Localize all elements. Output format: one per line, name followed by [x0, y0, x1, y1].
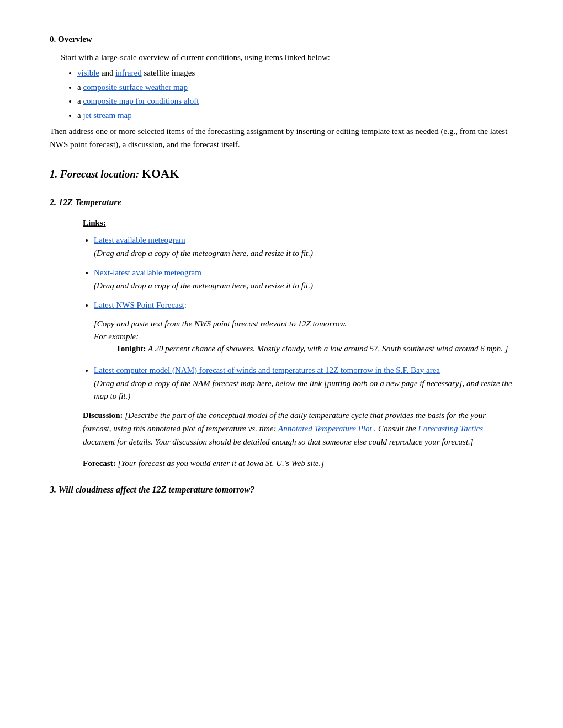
discussion-block: Discussion: [Describe the part of the co…	[83, 409, 513, 448]
bullet-satellite-and: and	[102, 68, 115, 77]
discussion-label: Discussion:	[83, 411, 123, 420]
link-item-2: Next-latest available meteogram (Drag an…	[94, 266, 513, 292]
links-label: Links:	[83, 217, 513, 229]
drag-note-2: (Drag and drop a copy of the meteogram h…	[94, 280, 513, 292]
nws-colon: :	[184, 301, 187, 309]
then-text: Then address one or more selected items …	[50, 125, 513, 151]
nam-drag-note: (Drag and drop a copy of the NAM forecas…	[94, 377, 513, 402]
visible-link[interactable]: visible	[77, 68, 99, 77]
composite-surface-link[interactable]: composite surface weather map	[83, 83, 188, 92]
overview-heading: 0. Overview	[50, 33, 513, 46]
bullet-surface-map: a composite surface weather map	[77, 81, 513, 94]
forecast-text: [Your forecast as you would enter it at …	[118, 459, 324, 468]
bullet-jet-stream: a jet stream map	[77, 109, 513, 122]
overview-bullets-list: visible and infrared satellite images a …	[77, 67, 513, 121]
overview-section: 0. Overview Start with a large-scale ove…	[50, 33, 513, 151]
section-1-heading: 1. Forecast location: KOAK	[50, 164, 513, 183]
composite-aloft-link[interactable]: composite map for conditions aloft	[83, 97, 199, 105]
section-1-location: KOAK	[142, 167, 179, 180]
bullet-satellite: visible and infrared satellite images	[77, 67, 513, 79]
links-list: Latest available meteogram (Drag and dro…	[94, 234, 513, 312]
bullet-aloft-map: a composite map for conditions aloft	[77, 95, 513, 108]
discussion-text-3: document for details. Your discussion sh…	[83, 437, 474, 446]
section-1-number: 1.	[50, 168, 60, 180]
bullet-satellite-text: satellite images	[144, 68, 195, 77]
overview-intro: Start with a large-scale overview of cur…	[61, 51, 513, 64]
section-1: 1. Forecast location: KOAK	[50, 164, 513, 183]
forecast-label: Forecast:	[83, 459, 116, 468]
infrared-link[interactable]: infrared	[115, 68, 141, 77]
nam-link-item: Latest computer model (NAM) forecast of …	[94, 364, 513, 403]
tonight-label: Tonight:	[116, 344, 146, 353]
section-2-heading: 2. 12Z Temperature	[50, 196, 513, 209]
forecast-block: Forecast: [Your forecast as you would en…	[83, 457, 513, 470]
bullet-surface-prefix: a	[77, 83, 83, 92]
nws-for-example: For example:	[94, 332, 139, 341]
link-item-3: Latest NWS Point Forecast:	[94, 299, 513, 312]
nws-forecast-block: [Copy and paste text from the NWS point …	[94, 318, 513, 355]
annotated-temp-plot-link[interactable]: Annotated Temperature Plot	[278, 424, 372, 433]
tonight-text: A 20 percent chance of showers. Mostly c…	[148, 344, 508, 353]
nam-forecast-link[interactable]: Latest computer model (NAM) forecast of …	[94, 366, 440, 374]
jet-stream-link[interactable]: jet stream map	[83, 111, 131, 120]
next-latest-meteogram-link[interactable]: Next-latest available meteogram	[94, 268, 201, 277]
discussion-text-2: . Consult the	[374, 424, 418, 433]
bullet-aloft-prefix: a	[77, 97, 83, 105]
nws-point-forecast-link[interactable]: Latest NWS Point Forecast	[94, 301, 184, 309]
section-2: 2. 12Z Temperature Links: Latest availab…	[50, 196, 513, 470]
section-3-heading: 3. Will cloudiness affect the 12Z temper…	[50, 483, 513, 496]
forecasting-tactics-link[interactable]: Forecasting Tactics	[418, 424, 483, 433]
link-item-1: Latest available meteogram (Drag and dro…	[94, 234, 513, 260]
bullet-jet-prefix: a	[77, 111, 83, 120]
nws-copy-paste-intro: [Copy and paste text from the NWS point …	[94, 319, 347, 328]
nam-link-list: Latest computer model (NAM) forecast of …	[94, 364, 513, 403]
latest-meteogram-link[interactable]: Latest available meteogram	[94, 235, 185, 244]
drag-note-1: (Drag and drop a copy of the meteogram h…	[94, 247, 513, 260]
nws-tonight-block: Tonight: A 20 percent chance of showers.…	[116, 342, 513, 355]
section-3: 3. Will cloudiness affect the 12Z temper…	[50, 483, 513, 496]
section-1-label: Forecast location:	[60, 168, 139, 180]
